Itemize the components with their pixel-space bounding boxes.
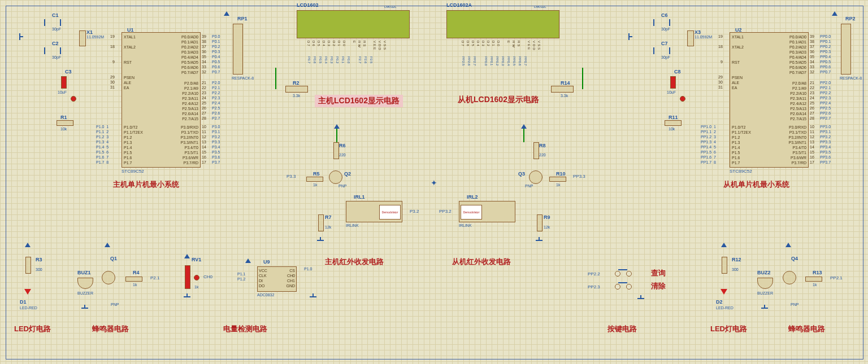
schematic-canvas[interactable]: ✦ LCD1602 LM032L VSS VDD VEE RS RW E D0 … <box>0 0 868 364</box>
rp2-body <box>841 24 851 74</box>
p32-net: P3.2 <box>410 209 419 214</box>
r9-val: 12k <box>544 225 550 229</box>
r10-ref: R10 <box>556 171 566 177</box>
r6-ref: R6 <box>339 143 346 148</box>
irl2-demod: Demodulator <box>461 205 482 220</box>
d1-body <box>24 289 31 295</box>
gnd-buz2 <box>761 305 768 310</box>
rv1-pwr <box>184 254 190 258</box>
u1-left-nums: 19 18 9 29 30 31 <box>110 34 115 90</box>
d1-ref: D1 <box>20 299 27 305</box>
rp1-power <box>224 11 229 16</box>
irl2-part: IRLINK <box>459 223 472 227</box>
r8-val: 220 <box>539 153 546 157</box>
btn1-label: 查询 <box>651 268 666 278</box>
rp2-power <box>832 11 837 16</box>
p33-net: P3.3 <box>287 174 296 179</box>
irl1-demod: Demodulator <box>379 205 401 220</box>
r5-ref: R5 <box>313 171 320 177</box>
led2-pwr <box>721 243 727 247</box>
u2-p2: P2.0/A8 P2.1/A9 P2.2/A10 P2.3/A11 P2.4/A… <box>790 81 806 121</box>
buz2-part: BUZZER <box>757 291 773 295</box>
r14-val: 3.3k <box>561 94 568 98</box>
lcd1-pins: VSS VDD VEE RS RW E D0 D1 D2 D3 D4 D5 D6… <box>306 41 388 51</box>
c2-body <box>44 47 61 54</box>
r5-val: 1k <box>313 183 317 187</box>
r11-val: 10k <box>669 127 675 131</box>
c2-val: 30pF <box>52 55 61 59</box>
c8-val: 10uF <box>667 90 676 94</box>
gnd-buz1 <box>81 305 88 310</box>
q1-body <box>102 271 115 284</box>
rp1-body <box>233 24 243 74</box>
x3-ref: X3 <box>695 29 701 35</box>
btn2-b <box>626 284 632 290</box>
r9-ref: R9 <box>544 214 550 220</box>
master-mcu-caption: 主机单片机最小系统 <box>113 179 179 190</box>
buz2-net: PP2.1 <box>830 275 843 280</box>
q4-ref: Q4 <box>791 256 798 261</box>
d1-part: LED-RED <box>20 306 37 310</box>
u9-ref: U9 <box>263 259 270 265</box>
x1-ref: X1 <box>86 29 93 35</box>
r4-ref: R4 <box>133 270 140 275</box>
wire-r14-down <box>582 68 583 89</box>
u2-p0: P0.0/AD0 P0.1/AD1 P0.2/AD2 P0.3/AD3 P0.4… <box>789 34 806 75</box>
slave-lcd-caption: 从机LCD1602显示电路 <box>458 95 539 105</box>
q4-type: PNP <box>791 302 798 306</box>
u2-p0-nums: 39 38 37 36 35 34 33 32 <box>810 34 814 74</box>
c7-val: 30pF <box>661 55 670 59</box>
r11-ref: R11 <box>669 115 678 120</box>
r3-val: 300 <box>36 267 42 271</box>
slave-mcu-caption: 从机单片机最小系统 <box>723 179 789 190</box>
buz1-caption: 蜂鸣器电路 <box>92 324 129 334</box>
u1-p2-nums: 21 22 23 24 25 26 27 28 <box>202 80 206 121</box>
r1-val: 10k <box>60 127 67 131</box>
u2-p3-nums: 10 11 12 13 14 15 16 17 <box>810 124 814 165</box>
r13-body <box>805 277 822 282</box>
q3-body <box>529 170 542 184</box>
led1-pwr <box>25 243 31 247</box>
rp1-ref: RP1 <box>237 16 248 21</box>
rv1-gnd <box>184 293 190 299</box>
buz1-pwr <box>105 243 110 247</box>
r3-ref: R3 <box>36 257 42 262</box>
r7-ref: R7 <box>325 214 332 220</box>
u1-p0-nets: P0.0 P0.1 P0.2 P0.3 P0.4 P0.5 P0.6 P0.7 <box>212 34 220 74</box>
c3-val: 10uF <box>58 90 67 94</box>
c8-body <box>670 76 676 89</box>
r5-body <box>306 177 323 182</box>
r4-val: 1k <box>133 283 137 287</box>
irl1-part: IRLINK <box>346 223 359 227</box>
r7-val: 12k <box>325 225 331 229</box>
pp33-net: PP3.3 <box>573 174 585 179</box>
buz2-caption: 蜂鸣器电路 <box>788 324 825 334</box>
u1-p3-nets: P3.0 P3.1 P3.2 P3.3 P3.4 P3.5 P3.6 P3.7 <box>212 124 220 165</box>
r13-ref: R13 <box>813 270 822 275</box>
r11-body <box>665 120 682 126</box>
d2-ref: D2 <box>716 299 723 305</box>
ir-s-caption: 从机红外收发电路 <box>452 257 511 267</box>
lcd1-body <box>297 10 410 38</box>
gnd-ir-s <box>536 237 542 243</box>
wire-r6 <box>336 129 337 142</box>
c8-ref: C8 <box>674 69 681 74</box>
irl2-body: Demodulator <box>459 201 515 222</box>
r12-body <box>722 257 727 274</box>
u1-left-pins: XTAL1XTAL2RSTPSENALEEA <box>124 34 136 90</box>
u1-part: STC89C52 <box>121 169 144 174</box>
gnd-ir-m <box>317 237 324 243</box>
d2-body <box>721 289 727 295</box>
u2-p1: P1.0/T2 P1.1/T2EX P1.2 P1.3 P1.4 P1.5 P1… <box>732 125 751 165</box>
u1-p0: P0.0/AD0 P0.1/AD1 P0.2/AD2 P0.3/AD3 P0.4… <box>181 34 198 75</box>
btn1-a <box>615 271 620 277</box>
u2-left-nums: 19 18 9 29 30 31 <box>718 34 723 90</box>
u9-left: VCCCLKDIDO <box>259 268 267 288</box>
q1-ref: Q1 <box>110 256 117 261</box>
buz1-net: P2.1 <box>150 275 159 280</box>
u9-body: VCCCLKDIDO CSCH0CH1GND <box>257 266 297 292</box>
rv1-wiper <box>194 275 199 280</box>
rp2-ref: RP2 <box>845 16 856 21</box>
buz1-ref: BUZ1 <box>77 270 91 275</box>
r14-body <box>551 86 574 93</box>
